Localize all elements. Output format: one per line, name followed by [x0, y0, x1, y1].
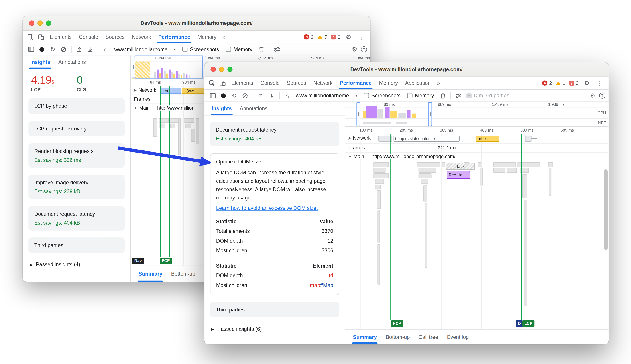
- insight-card-image-delivery[interactable]: Improve image deliveryEst savings: 239 k…: [28, 174, 125, 199]
- nav-badge[interactable]: Nav: [132, 258, 144, 264]
- sidebar-toggle-icon[interactable]: [26, 44, 36, 54]
- minimize-window-button[interactable]: [219, 67, 224, 72]
- task-bar[interactable]: [423, 186, 427, 202]
- more-tabs-icon[interactable]: »: [434, 80, 442, 86]
- tab-summary[interactable]: Summary: [348, 330, 381, 344]
- task-bar[interactable]: [549, 168, 551, 196]
- memory-checkbox[interactable]: Memory: [223, 46, 256, 52]
- console-warnings-badge[interactable]: ! 1: [556, 80, 566, 86]
- device-toolbar-icon[interactable]: [36, 32, 46, 42]
- task-bar[interactable]: [159, 124, 166, 128]
- passed-insights-toggle[interactable]: ▶Passed insights (6): [204, 324, 345, 334]
- trash-icon[interactable]: [438, 91, 448, 100]
- learn-more-link[interactable]: Learn how to avoid an excessive DOM size…: [216, 205, 318, 211]
- main-thread-track-header[interactable]: ▼Main — http://www.milliondollarhomepage…: [345, 152, 608, 162]
- insight-card-render-blocking[interactable]: Render blocking requestsEst savings: 336…: [28, 143, 125, 168]
- fcp-badge[interactable]: FCP: [391, 320, 403, 327]
- network-track[interactable]: ▶Network t.php (c.statcounter.co... arho…: [345, 134, 608, 144]
- task-bar[interactable]: [417, 162, 440, 167]
- download-profile-icon[interactable]: [267, 91, 276, 100]
- reload-icon[interactable]: ↻: [48, 44, 58, 54]
- frames-track[interactable]: Frames 321.1 ms: [345, 144, 608, 152]
- task-bar[interactable]: [548, 162, 553, 167]
- task-bar[interactable]: [375, 179, 384, 184]
- element-link[interactable]: map: [310, 282, 320, 288]
- tab-network[interactable]: Network: [128, 30, 155, 43]
- network-request-bar[interactable]: [525, 136, 532, 142]
- insight-card-lcp-by-phase[interactable]: LCP by phase: [28, 98, 125, 114]
- network-request-bar[interactable]: t.php (c.statcounter.co...: [394, 136, 460, 142]
- task-bar[interactable]: [442, 162, 445, 167]
- more-tabs-icon[interactable]: »: [220, 34, 228, 40]
- insight-card-third-parties[interactable]: Third parties: [28, 237, 125, 253]
- close-window-button[interactable]: [210, 67, 216, 72]
- tab-insights[interactable]: Insights: [26, 56, 54, 69]
- kebab-menu-icon[interactable]: ⋮: [595, 80, 604, 87]
- tab-call-tree[interactable]: Call tree: [414, 330, 442, 344]
- tab-performance[interactable]: Performance: [336, 77, 376, 89]
- clear-icon[interactable]: [59, 44, 68, 54]
- home-icon[interactable]: ⌂: [101, 44, 111, 54]
- task-bar[interactable]: [418, 174, 432, 178]
- insight-card-doc-request-latency[interactable]: Document request latencyEst savings: 404…: [28, 206, 125, 230]
- help-icon[interactable]: ?: [361, 46, 367, 52]
- task-bar[interactable]: [374, 162, 389, 167]
- task-bar[interactable]: [518, 162, 540, 167]
- close-window-button[interactable]: [29, 20, 34, 26]
- task-bar[interactable]: [178, 118, 181, 155]
- fcp-badge[interactable]: FCP: [160, 258, 172, 264]
- task-bar[interactable]: [494, 162, 516, 167]
- dim-3rd-parties-toggle[interactable]: Dim 3rd parties: [464, 92, 511, 99]
- settings-gear-icon[interactable]: ⚙: [344, 33, 353, 40]
- tab-bottom-up[interactable]: Bottom-up: [167, 266, 200, 282]
- screenshots-checkbox[interactable]: Screenshots: [180, 46, 222, 52]
- task-bar[interactable]: [524, 200, 527, 306]
- element-id-link[interactable]: #Map: [320, 282, 333, 288]
- tab-performance[interactable]: Performance: [155, 30, 194, 43]
- upload-profile-icon[interactable]: [74, 44, 84, 54]
- settings-gear-icon[interactable]: ⚙: [588, 92, 598, 99]
- network-request-bar[interactable]: [378, 136, 392, 142]
- task-bar[interactable]: [378, 210, 380, 243]
- scrollbar-thumb[interactable]: [604, 170, 608, 250]
- insight-card-lcp-request-discovery[interactable]: LCP request discovery: [28, 121, 125, 136]
- tab-bottom-up[interactable]: Bottom-up: [381, 330, 414, 344]
- overview-selection[interactable]: [360, 102, 428, 126]
- task-bar[interactable]: [375, 185, 380, 190]
- task-bar[interactable]: [421, 179, 428, 184]
- kebab-menu-icon[interactable]: ⋮: [357, 33, 366, 40]
- console-errors-badge[interactable]: ✕2: [542, 80, 552, 86]
- task-bar[interactable]: [154, 118, 158, 137]
- cls-metric[interactable]: 0 CLS: [76, 74, 86, 92]
- settings-gear-icon[interactable]: ⚙: [350, 46, 359, 53]
- task-bar[interactable]: [196, 118, 199, 144]
- network-request-bar[interactable]: arho...: [476, 136, 499, 142]
- tab-elements[interactable]: Elements: [228, 77, 257, 89]
- console-warnings-badge[interactable]: ! 7: [317, 34, 327, 40]
- recalculate-style-bar[interactable]: Rec...le: [447, 171, 470, 178]
- scrollbar[interactable]: [604, 170, 608, 250]
- issues-badge[interactable]: !3: [569, 80, 578, 86]
- tab-console[interactable]: Console: [75, 30, 102, 43]
- record-button[interactable]: [218, 91, 228, 100]
- home-icon[interactable]: ⌂: [282, 91, 292, 100]
- record-button[interactable]: [37, 44, 46, 54]
- timeline-overview[interactable]: 489 ms 989 ms 1,489 ms 1,989 ms CPU NET: [345, 102, 608, 127]
- task-bar[interactable]: [191, 129, 195, 142]
- clear-icon[interactable]: [240, 91, 250, 100]
- tab-annotations[interactable]: Annotations: [236, 102, 272, 115]
- task-bar[interactable]: [377, 190, 381, 209]
- dcl-badge[interactable]: D: [516, 320, 523, 327]
- tab-elements[interactable]: Elements: [46, 30, 75, 43]
- tab-insights[interactable]: Insights: [208, 102, 236, 115]
- inspect-icon[interactable]: [207, 78, 217, 88]
- passed-insights-toggle[interactable]: ▶Passed insights (4): [23, 260, 130, 270]
- tab-console[interactable]: Console: [257, 77, 283, 89]
- task-bar[interactable]: [170, 124, 175, 128]
- tab-network[interactable]: Network: [310, 77, 336, 89]
- network-request-bar[interactable]: _butt...: [161, 88, 181, 94]
- overview-window-handle-left[interactable]: [132, 56, 135, 78]
- screenshots-checkbox[interactable]: Screenshots: [361, 92, 403, 99]
- tab-memory[interactable]: Memory: [376, 77, 402, 89]
- lcp-metric[interactable]: 4.19s LCP: [31, 74, 54, 92]
